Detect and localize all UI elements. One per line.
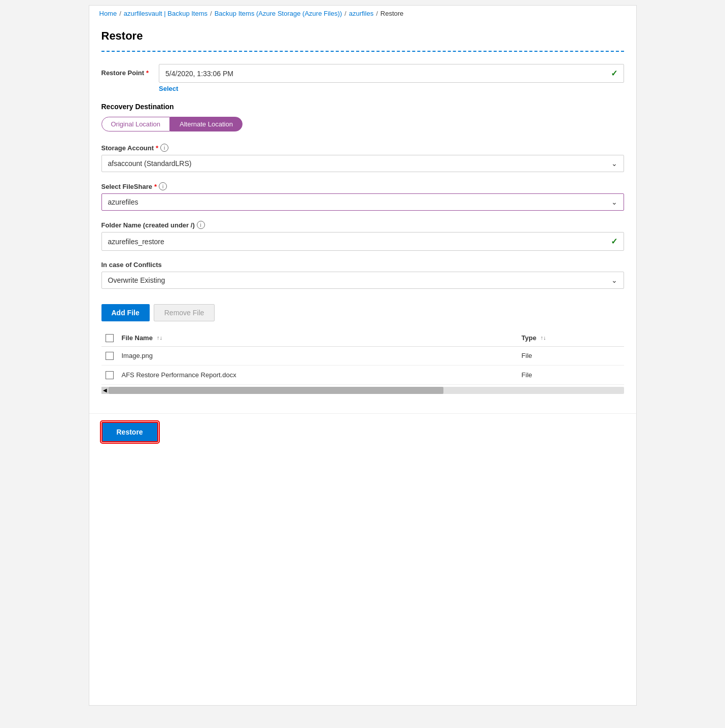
storage-account-section: Storage Account * i afsaccount (Standard…	[101, 144, 624, 172]
conflicts-dropdown-arrow: ⌄	[611, 276, 617, 284]
conflicts-dropdown[interactable]: Overwrite Existing ⌄	[101, 272, 624, 289]
fileshare-value: azurefiles	[108, 198, 139, 206]
scrollbar-track[interactable]	[109, 387, 624, 394]
file-table-body: Image.png File AFS Restore Performance R…	[101, 346, 624, 384]
file-table: File Name ↑↓ Type ↑↓ Image.	[101, 329, 624, 385]
storage-account-required: *	[156, 144, 158, 152]
select-restore-point-link[interactable]: Select	[159, 85, 178, 92]
breadcrumb: Home / azurfilesvault | Backup Items / B…	[89, 6, 636, 21]
bottom-action-bar: Restore	[89, 413, 636, 450]
file-table-header-filename[interactable]: File Name ↑↓	[118, 329, 517, 346]
file-table-row: AFS Restore Performance Report.docx File	[101, 366, 624, 385]
page-title: Restore	[101, 29, 624, 43]
restore-point-input-area: 5/4/2020, 1:33:06 PM ✓ Select	[159, 64, 624, 92]
restore-point-label: Restore Point *	[101, 64, 149, 77]
fileshare-dropdown[interactable]: azurefiles ⌄	[101, 193, 624, 211]
row-checkbox-cell	[101, 366, 118, 385]
recovery-destination-section: Recovery Destination Original Location A…	[101, 103, 624, 131]
restore-point-value: 5/4/2020, 1:33:06 PM	[165, 70, 606, 78]
row-filename-0: Image.png	[118, 346, 517, 366]
breadcrumb-restore: Restore	[381, 10, 404, 17]
restore-point-check-icon: ✓	[611, 69, 617, 78]
restore-button[interactable]: Restore	[101, 422, 158, 442]
storage-account-dropdown[interactable]: afsaccount (StandardLRS) ⌄	[101, 155, 624, 172]
fileshare-info-icon: i	[159, 182, 167, 190]
storage-account-label: Storage Account * i	[101, 144, 624, 152]
recovery-destination-toggle: Original Location Alternate Location	[101, 117, 624, 131]
row-checkbox-cell	[101, 346, 118, 366]
file-table-header-row: File Name ↑↓ Type ↑↓	[101, 329, 624, 346]
breadcrumb-azurfiles[interactable]: azurfiles	[349, 10, 373, 17]
restore-point-value-box: 5/4/2020, 1:33:06 PM ✓	[159, 64, 624, 83]
storage-account-value: afsaccount (StandardLRS)	[108, 159, 192, 168]
breadcrumb-sep-3: /	[344, 10, 347, 17]
breadcrumb-sep-4: /	[376, 10, 378, 17]
folder-name-section: Folder Name (created under /) i azurefil…	[101, 221, 624, 251]
file-table-row: Image.png File	[101, 346, 624, 366]
folder-name-check-icon: ✓	[611, 237, 617, 246]
conflicts-value: Overwrite Existing	[108, 276, 165, 284]
storage-account-info-icon: i	[160, 144, 168, 152]
horizontal-scrollbar[interactable]: ◀	[109, 387, 624, 394]
scrollbar-thumb[interactable]	[109, 387, 443, 394]
type-sort-icon: ↑↓	[540, 335, 546, 341]
file-table-header-checkbox-cell	[101, 329, 118, 346]
conflicts-label: In case of Conflicts	[101, 261, 624, 269]
fileshare-section: Select FileShare * i azurefiles ⌄	[101, 182, 624, 211]
row-type-0: File	[517, 346, 624, 366]
fileshare-label: Select FileShare * i	[101, 182, 624, 190]
recovery-destination-label: Recovery Destination	[101, 103, 624, 111]
fileshare-required: *	[154, 183, 157, 190]
conflicts-section: In case of Conflicts Overwrite Existing …	[101, 261, 624, 289]
folder-name-label: Folder Name (created under /) i	[101, 221, 624, 229]
scroll-left-arrow[interactable]: ◀	[101, 387, 109, 394]
original-location-btn[interactable]: Original Location	[101, 117, 170, 131]
add-file-button[interactable]: Add File	[101, 304, 150, 321]
storage-account-dropdown-arrow: ⌄	[611, 159, 617, 168]
file-table-header-type[interactable]: Type ↑↓	[517, 329, 624, 346]
fileshare-dropdown-arrow: ⌄	[611, 198, 617, 206]
row-checkbox-0[interactable]	[106, 352, 114, 360]
breadcrumb-sep-1: /	[119, 10, 121, 17]
breadcrumb-vault[interactable]: azurfilesvault | Backup Items	[124, 10, 208, 17]
breadcrumb-backup-items[interactable]: Backup Items (Azure Storage (Azure Files…	[215, 10, 342, 17]
file-action-buttons: Add File Remove File	[101, 304, 624, 321]
folder-name-input[interactable]: azurefiles_restore ✓	[101, 232, 624, 251]
restore-point-required: *	[146, 69, 149, 77]
remove-file-button: Remove File	[154, 304, 215, 321]
breadcrumb-sep-2: /	[210, 10, 212, 17]
breadcrumb-home[interactable]: Home	[99, 10, 117, 17]
title-divider	[101, 51, 624, 52]
row-type-1: File	[517, 366, 624, 385]
select-all-checkbox[interactable]	[106, 334, 114, 342]
folder-name-info-icon: i	[197, 221, 205, 229]
alternate-location-btn[interactable]: Alternate Location	[170, 117, 243, 131]
restore-point-section: Restore Point * 5/4/2020, 1:33:06 PM ✓ S…	[101, 64, 624, 92]
filename-sort-icon: ↑↓	[157, 335, 162, 341]
row-filename-1: AFS Restore Performance Report.docx	[118, 366, 517, 385]
folder-name-value: azurefiles_restore	[108, 238, 607, 246]
row-checkbox-1[interactable]	[106, 371, 114, 379]
